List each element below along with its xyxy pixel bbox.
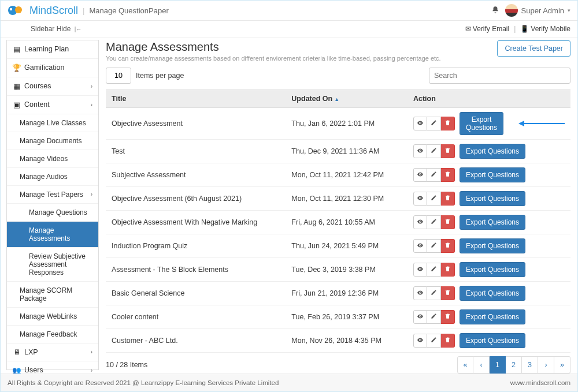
trash-icon: [444, 218, 451, 226]
sidebar-item-content[interactable]: ▣Content›: [7, 96, 98, 114]
view-button[interactable]: [413, 334, 427, 348]
table-row: Subjective AssessmentMon, Oct 11, 2021 1…: [106, 163, 570, 186]
pencil-icon: [431, 195, 437, 202]
create-test-paper-button[interactable]: Create Test Paper: [497, 40, 570, 57]
cell-title: Test: [106, 139, 286, 163]
avatar: [505, 4, 518, 17]
edit-button[interactable]: [427, 168, 441, 182]
sidebar-item-manage-videos[interactable]: Manage Videos: [7, 150, 98, 168]
sidebar-item-manage-audios[interactable]: Manage Audios: [7, 168, 98, 186]
sidebar-item-learning-plan[interactable]: ▤Learning Plan: [7, 40, 98, 59]
sidebar-item-manage-live-classes[interactable]: Manage Live Classes: [7, 114, 98, 132]
cell-title: Induction Program Quiz: [106, 234, 286, 257]
page-1-button[interactable]: 1: [490, 356, 506, 374]
col-updated-header[interactable]: Updated On▲: [286, 89, 407, 107]
delete-button[interactable]: [441, 310, 455, 324]
export-questions-button[interactable]: Export Questions: [460, 238, 525, 253]
view-button[interactable]: [413, 117, 427, 130]
sidebar-item-gamification[interactable]: 🏆Gamification: [7, 59, 98, 77]
sidebar-item-label: Review Subjective Assessment Responses: [29, 252, 92, 277]
view-button[interactable]: [413, 215, 427, 229]
delete-button[interactable]: [441, 117, 455, 130]
sidebar-item-lxp[interactable]: 🖥LXP›: [7, 344, 98, 361]
items-per-page-input[interactable]: [106, 68, 131, 84]
export-questions-button[interactable]: Export Questions: [460, 167, 525, 182]
sidebar-item-users[interactable]: 👥Users›: [7, 361, 98, 374]
page-2-button[interactable]: 2: [506, 356, 522, 374]
breadcrumb: Manage QuestionPaper: [89, 6, 168, 15]
sidebar-item-label: LXP: [24, 348, 38, 356]
view-button[interactable]: [413, 263, 427, 277]
sidebar-item-courses[interactable]: ▦Courses›: [7, 77, 98, 96]
eye-icon: [417, 242, 424, 250]
search-input[interactable]: [429, 68, 570, 84]
export-questions-button[interactable]: Export Questions: [460, 215, 525, 230]
sidebar-item-manage-scorm-package[interactable]: Manage SCORM Package: [7, 282, 98, 308]
footer-site-link[interactable]: www.mindscroll.com: [510, 379, 570, 386]
delete-button[interactable]: [441, 192, 455, 206]
breadcrumb-separator: |: [83, 6, 84, 15]
cell-action: Export Questions: [407, 281, 570, 305]
verify-email-link[interactable]: ✉Verify Email: [465, 25, 509, 33]
delete-button[interactable]: [441, 286, 455, 300]
export-questions-button[interactable]: Export Questions: [460, 191, 525, 206]
user-menu[interactable]: Super Admin ▾: [505, 4, 570, 17]
view-button[interactable]: [413, 144, 427, 158]
sidebar-item-label: Manage Audios: [20, 173, 68, 181]
edit-button[interactable]: [427, 286, 441, 300]
delete-button[interactable]: [441, 168, 455, 182]
delete-button[interactable]: [441, 263, 455, 277]
edit-button[interactable]: [427, 144, 441, 158]
edit-button[interactable]: [427, 117, 441, 130]
col-title-header[interactable]: Title: [106, 89, 286, 107]
export-questions-button[interactable]: Export Questions: [460, 286, 525, 301]
brand-text: MindScroll: [29, 5, 78, 17]
export-questions-button[interactable]: Export Questions: [460, 144, 525, 159]
delete-button[interactable]: [441, 215, 455, 229]
sidebar-item-manage-documents[interactable]: Manage Documents: [7, 132, 98, 150]
eye-icon: [417, 195, 424, 203]
edit-button[interactable]: [427, 334, 441, 348]
page-first-button[interactable]: «: [457, 356, 473, 374]
sidebar-item-review-subjective-assessment-responses[interactable]: Review Subjective Assessment Responses: [7, 248, 98, 282]
cell-action: Export Questions: [407, 107, 570, 139]
page-subtitle: You can create/manage assessments based …: [106, 55, 441, 62]
cell-action: Export Questions: [407, 186, 570, 210]
export-questions-button[interactable]: Export Questions: [460, 333, 525, 348]
sidebar-hide-button[interactable]: Sidebar Hide |←: [31, 25, 81, 33]
edit-button[interactable]: [427, 215, 441, 229]
page-3-button[interactable]: 3: [522, 356, 538, 374]
page-next-button[interactable]: ›: [538, 356, 554, 374]
sidebar-item-manage-weblinks[interactable]: Manage WebLinks: [7, 308, 98, 326]
notifications-icon[interactable]: [491, 6, 499, 16]
delete-button[interactable]: [441, 334, 455, 348]
sidebar-item-label: Manage Test Papers: [20, 191, 83, 199]
edit-button[interactable]: [427, 239, 441, 253]
delete-button[interactable]: [441, 239, 455, 253]
sidebar-item-manage-questions[interactable]: Manage Questions: [7, 204, 98, 222]
export-questions-button[interactable]: Export Questions: [460, 112, 503, 135]
verify-mobile-link[interactable]: 📱Verify Mobile: [520, 25, 570, 33]
sidebar-item-manage-test-papers[interactable]: Manage Test Papers›: [7, 186, 98, 204]
table-row: Objective Assessment With Negative Marki…: [106, 210, 570, 234]
edit-button[interactable]: [427, 310, 441, 324]
page-prev-button[interactable]: ‹: [473, 356, 490, 374]
pencil-icon: [431, 120, 437, 127]
svg-point-3: [420, 122, 421, 124]
export-questions-button[interactable]: Export Questions: [460, 262, 525, 277]
view-button[interactable]: [413, 168, 427, 182]
cell-action: Export Questions: [407, 328, 570, 352]
edit-button[interactable]: [427, 192, 441, 206]
view-button[interactable]: [413, 286, 427, 300]
brand[interactable]: MindScroll: [8, 5, 78, 17]
cell-action: Export Questions: [407, 257, 570, 281]
view-button[interactable]: [413, 239, 427, 253]
view-button[interactable]: [413, 310, 427, 324]
sidebar-item-manage-feedback[interactable]: Manage Feedback: [7, 326, 98, 344]
page-last-button[interactable]: »: [554, 356, 570, 374]
export-questions-button[interactable]: Export Questions: [460, 309, 525, 324]
sidebar-item-manage-assessments[interactable]: Manage Assessments: [7, 222, 98, 248]
delete-button[interactable]: [441, 144, 455, 158]
edit-button[interactable]: [427, 263, 441, 277]
view-button[interactable]: [413, 192, 427, 206]
